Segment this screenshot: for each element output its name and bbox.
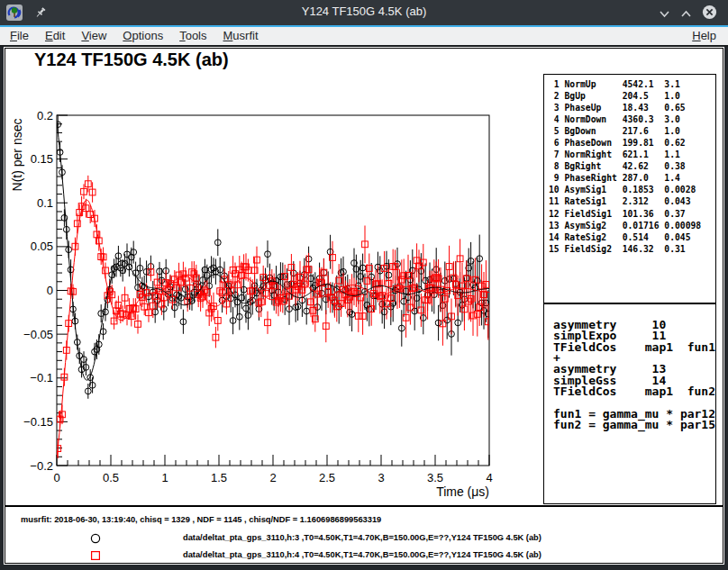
plot-title: Y124 TF150G 4.5K (ab): [34, 50, 229, 70]
svg-text:0.1: 0.1: [37, 196, 53, 210]
svg-text:−0.05: −0.05: [23, 328, 53, 341]
svg-text:3: 3: [378, 471, 384, 484]
minimize-button[interactable]: [659, 7, 670, 23]
plot-pad[interactable]: −0.2−0.15−0.1−0.0500.050.10.150.200.511.…: [5, 48, 723, 506]
square-marker-icon: [89, 549, 102, 565]
svg-text:0: 0: [47, 284, 53, 297]
svg-text:0.05: 0.05: [31, 240, 53, 253]
svg-text:2: 2: [269, 471, 276, 484]
svg-text:−0.1: −0.1: [30, 371, 53, 385]
root-canvas[interactable]: −0.2−0.15−0.1−0.0500.050.10.150.200.511.…: [4, 47, 724, 565]
close-button[interactable]: [702, 5, 717, 23]
window-title: Y124 TF150G 4.5K (ab): [302, 5, 427, 18]
menu-view[interactable]: View: [73, 27, 114, 45]
menubar: FileEditViewOptionsToolsMusrfit Help: [0, 27, 728, 47]
svg-text:3.5: 3.5: [427, 471, 443, 484]
fit-parameters-box[interactable]: 1 NormUp 4542.1 3.1 2 BgUp 204.5 1.0 3 P…: [543, 74, 716, 303]
svg-text:N(t) per nsec: N(t) per nsec: [10, 119, 24, 192]
svg-text:4: 4: [486, 471, 492, 484]
theory-box[interactable]: asymmetry 10 simplExpo 11 TFieldCos map1…: [543, 303, 716, 504]
legend-row-1: data/deltat_pta_gps_3110,h:3 ,T0=4.50K,T…: [5, 530, 723, 547]
pin-icon[interactable]: [34, 6, 47, 23]
menubar-items: FileEditViewOptionsToolsMusrfit: [2, 27, 267, 45]
svg-text:1: 1: [161, 471, 168, 484]
svg-text:0.5: 0.5: [103, 471, 119, 484]
maximize-button[interactable]: [680, 7, 692, 23]
legend-text: data/deltat_pta_gps_3110,h:3 ,T0=4.50K,T…: [183, 533, 541, 542]
menu-options[interactable]: Options: [114, 27, 171, 45]
svg-text:−0.2: −0.2: [30, 459, 53, 473]
menu-help[interactable]: Help: [684, 27, 724, 45]
svg-text:1.5: 1.5: [211, 471, 227, 484]
svg-text:−0.15: −0.15: [23, 415, 53, 429]
svg-text:Time (μs): Time (μs): [436, 484, 489, 499]
legend-row-2: data/deltat_pta_gps_3110,h:4 ,T0=4.50K,T…: [5, 547, 723, 564]
fit-status-line: musrfit: 2018-06-30, 13:19:40, chisq = 1…: [21, 515, 381, 524]
menu-musrfit[interactable]: Musrfit: [215, 27, 267, 45]
menubar-help: Help: [684, 27, 724, 45]
svg-text:0.2: 0.2: [37, 109, 53, 122]
menu-file[interactable]: File: [2, 27, 37, 45]
root-app-icon: [6, 5, 23, 24]
svg-text:0.15: 0.15: [31, 152, 53, 166]
app-window: Y124 TF150G 4.5K (ab) FileEditViewOption…: [0, 0, 728, 570]
menu-tools[interactable]: Tools: [171, 27, 214, 45]
svg-text:2.5: 2.5: [319, 471, 335, 484]
svg-text:0: 0: [53, 471, 59, 484]
legend-text: data/deltat_pta_gps_3110,h:4 ,T0=4.50K,T…: [183, 550, 541, 559]
circle-marker-icon: [89, 532, 102, 548]
titlebar[interactable]: Y124 TF150G 4.5K (ab): [0, 0, 728, 25]
menu-edit[interactable]: Edit: [37, 27, 73, 45]
info-pad[interactable]: musrfit: 2018-06-30, 13:19:40, chisq = 1…: [5, 506, 723, 564]
